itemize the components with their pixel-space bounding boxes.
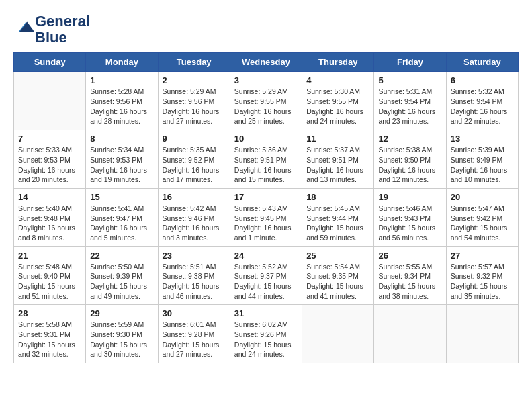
calendar-cell: 25Sunrise: 5:54 AM Sunset: 9:35 PM Dayli… <box>302 246 374 305</box>
calendar-cell: 23Sunrise: 5:51 AM Sunset: 9:38 PM Dayli… <box>158 246 230 305</box>
header-wednesday: Wednesday <box>230 53 302 72</box>
day-info: Sunrise: 5:31 AM Sunset: 9:54 PM Dayligh… <box>378 87 441 126</box>
day-number: 28 <box>18 308 81 318</box>
day-info: Sunrise: 5:41 AM Sunset: 9:47 PM Dayligh… <box>90 203 153 243</box>
day-info: Sunrise: 5:33 AM Sunset: 9:53 PM Dayligh… <box>18 145 81 185</box>
day-number: 13 <box>451 134 514 144</box>
day-number: 5 <box>378 75 441 85</box>
day-number: 12 <box>378 134 441 144</box>
calendar-table: SundayMondayTuesdayWednesdayThursdayFrid… <box>13 52 519 363</box>
calendar-cell: 10Sunrise: 5:36 AM Sunset: 9:51 PM Dayli… <box>230 130 302 189</box>
svg-marker-1 <box>19 22 34 32</box>
day-number: 11 <box>306 134 369 144</box>
calendar-cell: 13Sunrise: 5:39 AM Sunset: 9:49 PM Dayli… <box>446 130 518 189</box>
day-info: Sunrise: 5:58 AM Sunset: 9:31 PM Dayligh… <box>18 320 81 359</box>
day-number: 23 <box>163 250 226 261</box>
calendar-cell: 11Sunrise: 5:37 AM Sunset: 9:51 PM Dayli… <box>302 130 374 189</box>
day-info: Sunrise: 5:35 AM Sunset: 9:52 PM Dayligh… <box>163 145 226 185</box>
calendar-cell <box>302 305 374 363</box>
day-number: 1 <box>90 75 153 85</box>
calendar-cell: 19Sunrise: 5:46 AM Sunset: 9:43 PM Dayli… <box>374 188 446 246</box>
calendar-cell: 8Sunrise: 5:34 AM Sunset: 9:53 PM Daylig… <box>86 130 158 189</box>
calendar-cell: 4Sunrise: 5:30 AM Sunset: 9:55 PM Daylig… <box>302 72 374 130</box>
calendar-cell: 2Sunrise: 5:29 AM Sunset: 9:56 PM Daylig… <box>158 72 230 130</box>
day-number: 20 <box>451 192 514 202</box>
day-info: Sunrise: 5:46 AM Sunset: 9:43 PM Dayligh… <box>378 203 441 243</box>
calendar-cell: 29Sunrise: 5:59 AM Sunset: 9:30 PM Dayli… <box>86 305 158 363</box>
day-number: 25 <box>306 250 369 261</box>
day-info: Sunrise: 5:55 AM Sunset: 9:34 PM Dayligh… <box>378 262 441 302</box>
day-info: Sunrise: 5:29 AM Sunset: 9:55 PM Dayligh… <box>234 87 298 126</box>
day-number: 21 <box>18 250 81 261</box>
calendar-week-row: 21Sunrise: 5:48 AM Sunset: 9:40 PM Dayli… <box>14 246 519 305</box>
header-saturday: Saturday <box>446 53 518 72</box>
calendar-header-row: SundayMondayTuesdayWednesdayThursdayFrid… <box>14 53 519 72</box>
day-number: 26 <box>378 250 441 261</box>
day-number: 24 <box>234 250 298 261</box>
logo-icon <box>13 17 34 37</box>
header-thursday: Thursday <box>302 53 374 72</box>
day-info: Sunrise: 5:34 AM Sunset: 9:53 PM Dayligh… <box>90 145 153 185</box>
calendar-cell: 31Sunrise: 6:02 AM Sunset: 9:26 PM Dayli… <box>230 305 302 363</box>
calendar-cell: 21Sunrise: 5:48 AM Sunset: 9:40 PM Dayli… <box>14 246 86 305</box>
calendar-cell: 24Sunrise: 5:52 AM Sunset: 9:37 PM Dayli… <box>230 246 302 305</box>
calendar-cell: 12Sunrise: 5:38 AM Sunset: 9:50 PM Dayli… <box>374 130 446 189</box>
day-info: Sunrise: 5:43 AM Sunset: 9:45 PM Dayligh… <box>234 203 298 243</box>
calendar-cell: 14Sunrise: 5:40 AM Sunset: 9:48 PM Dayli… <box>14 188 86 246</box>
day-number: 31 <box>234 308 298 318</box>
day-number: 22 <box>90 250 153 261</box>
calendar-cell: 20Sunrise: 5:47 AM Sunset: 9:42 PM Dayli… <box>446 188 518 246</box>
calendar-week-row: 1Sunrise: 5:28 AM Sunset: 9:56 PM Daylig… <box>14 72 519 130</box>
day-info: Sunrise: 5:37 AM Sunset: 9:51 PM Dayligh… <box>306 145 369 185</box>
logo-text: General Blue <box>35 13 90 46</box>
day-info: Sunrise: 5:39 AM Sunset: 9:49 PM Dayligh… <box>451 145 514 185</box>
calendar-cell: 27Sunrise: 5:57 AM Sunset: 9:32 PM Dayli… <box>446 246 518 305</box>
day-info: Sunrise: 5:29 AM Sunset: 9:56 PM Dayligh… <box>163 87 226 126</box>
header-sunday: Sunday <box>14 53 86 72</box>
day-number: 30 <box>163 308 226 318</box>
day-info: Sunrise: 5:54 AM Sunset: 9:35 PM Dayligh… <box>306 262 369 302</box>
day-info: Sunrise: 5:57 AM Sunset: 9:32 PM Dayligh… <box>451 262 514 302</box>
day-number: 17 <box>234 192 298 202</box>
calendar-week-row: 14Sunrise: 5:40 AM Sunset: 9:48 PM Dayli… <box>14 188 519 246</box>
page-header: General Blue <box>13 13 519 46</box>
day-number: 16 <box>163 192 226 202</box>
calendar-cell: 5Sunrise: 5:31 AM Sunset: 9:54 PM Daylig… <box>374 72 446 130</box>
calendar-cell: 17Sunrise: 5:43 AM Sunset: 9:45 PM Dayli… <box>230 188 302 246</box>
calendar-week-row: 7Sunrise: 5:33 AM Sunset: 9:53 PM Daylig… <box>14 130 519 189</box>
day-number: 10 <box>234 134 298 144</box>
day-info: Sunrise: 5:50 AM Sunset: 9:39 PM Dayligh… <box>90 262 153 302</box>
day-info: Sunrise: 5:40 AM Sunset: 9:48 PM Dayligh… <box>18 203 81 243</box>
day-info: Sunrise: 5:52 AM Sunset: 9:37 PM Dayligh… <box>234 262 298 302</box>
day-number: 2 <box>163 75 226 85</box>
day-number: 27 <box>451 250 514 261</box>
day-info: Sunrise: 5:38 AM Sunset: 9:50 PM Dayligh… <box>378 145 441 185</box>
header-friday: Friday <box>374 53 446 72</box>
day-info: Sunrise: 5:48 AM Sunset: 9:40 PM Dayligh… <box>18 262 81 302</box>
calendar-cell: 6Sunrise: 5:32 AM Sunset: 9:54 PM Daylig… <box>446 72 518 130</box>
calendar-cell <box>14 72 86 130</box>
day-number: 8 <box>90 134 153 144</box>
day-number: 7 <box>18 134 81 144</box>
day-info: Sunrise: 5:28 AM Sunset: 9:56 PM Dayligh… <box>90 87 153 126</box>
calendar-cell: 16Sunrise: 5:42 AM Sunset: 9:46 PM Dayli… <box>158 188 230 246</box>
calendar-cell <box>374 305 446 363</box>
calendar-cell: 3Sunrise: 5:29 AM Sunset: 9:55 PM Daylig… <box>230 72 302 130</box>
day-info: Sunrise: 5:30 AM Sunset: 9:55 PM Dayligh… <box>306 87 369 126</box>
calendar-cell: 26Sunrise: 5:55 AM Sunset: 9:34 PM Dayli… <box>374 246 446 305</box>
day-number: 19 <box>378 192 441 202</box>
calendar-cell: 30Sunrise: 6:01 AM Sunset: 9:28 PM Dayli… <box>158 305 230 363</box>
day-info: Sunrise: 6:02 AM Sunset: 9:26 PM Dayligh… <box>234 320 298 359</box>
day-info: Sunrise: 5:45 AM Sunset: 9:44 PM Dayligh… <box>306 203 369 243</box>
calendar-cell: 1Sunrise: 5:28 AM Sunset: 9:56 PM Daylig… <box>86 72 158 130</box>
day-number: 4 <box>306 75 369 85</box>
day-info: Sunrise: 5:51 AM Sunset: 9:38 PM Dayligh… <box>163 262 226 302</box>
calendar-cell: 15Sunrise: 5:41 AM Sunset: 9:47 PM Dayli… <box>86 188 158 246</box>
calendar-cell: 22Sunrise: 5:50 AM Sunset: 9:39 PM Dayli… <box>86 246 158 305</box>
day-info: Sunrise: 5:47 AM Sunset: 9:42 PM Dayligh… <box>451 203 514 243</box>
header-monday: Monday <box>86 53 158 72</box>
calendar-cell: 18Sunrise: 5:45 AM Sunset: 9:44 PM Dayli… <box>302 188 374 246</box>
calendar-cell: 9Sunrise: 5:35 AM Sunset: 9:52 PM Daylig… <box>158 130 230 189</box>
day-number: 3 <box>234 75 298 85</box>
day-info: Sunrise: 5:59 AM Sunset: 9:30 PM Dayligh… <box>90 320 153 359</box>
